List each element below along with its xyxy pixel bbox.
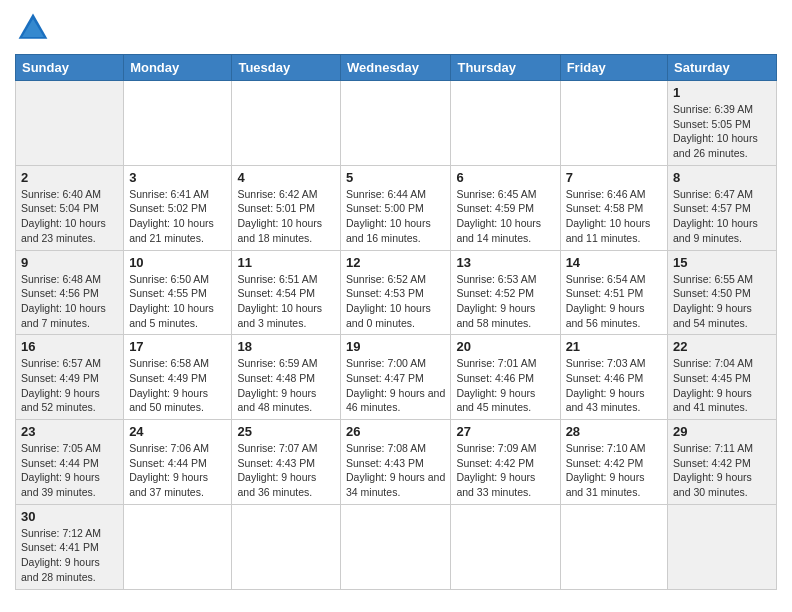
- day-number: 30: [21, 509, 118, 524]
- calendar-cell: 7Sunrise: 6:46 AM Sunset: 4:58 PM Daylig…: [560, 165, 667, 250]
- day-number: 21: [566, 339, 662, 354]
- day-number: 28: [566, 424, 662, 439]
- calendar-cell: 22Sunrise: 7:04 AM Sunset: 4:45 PM Dayli…: [668, 335, 777, 420]
- day-number: 2: [21, 170, 118, 185]
- calendar-cell: 3Sunrise: 6:41 AM Sunset: 5:02 PM Daylig…: [124, 165, 232, 250]
- calendar: SundayMondayTuesdayWednesdayThursdayFrid…: [15, 54, 777, 590]
- day-info: Sunrise: 6:47 AM Sunset: 4:57 PM Dayligh…: [673, 187, 771, 246]
- week-row-1: 1Sunrise: 6:39 AM Sunset: 5:05 PM Daylig…: [16, 81, 777, 166]
- calendar-cell: 23Sunrise: 7:05 AM Sunset: 4:44 PM Dayli…: [16, 420, 124, 505]
- weekday-wednesday: Wednesday: [341, 55, 451, 81]
- day-number: 20: [456, 339, 554, 354]
- day-info: Sunrise: 6:53 AM Sunset: 4:52 PM Dayligh…: [456, 272, 554, 331]
- calendar-cell: [124, 81, 232, 166]
- calendar-cell: 30Sunrise: 7:12 AM Sunset: 4:41 PM Dayli…: [16, 504, 124, 589]
- day-info: Sunrise: 7:07 AM Sunset: 4:43 PM Dayligh…: [237, 441, 335, 500]
- day-number: 9: [21, 255, 118, 270]
- day-info: Sunrise: 7:09 AM Sunset: 4:42 PM Dayligh…: [456, 441, 554, 500]
- calendar-cell: [560, 81, 667, 166]
- day-number: 19: [346, 339, 445, 354]
- day-info: Sunrise: 6:40 AM Sunset: 5:04 PM Dayligh…: [21, 187, 118, 246]
- day-number: 1: [673, 85, 771, 100]
- calendar-cell: 28Sunrise: 7:10 AM Sunset: 4:42 PM Dayli…: [560, 420, 667, 505]
- calendar-cell: 18Sunrise: 6:59 AM Sunset: 4:48 PM Dayli…: [232, 335, 341, 420]
- calendar-cell: 8Sunrise: 6:47 AM Sunset: 4:57 PM Daylig…: [668, 165, 777, 250]
- day-info: Sunrise: 6:44 AM Sunset: 5:00 PM Dayligh…: [346, 187, 445, 246]
- day-number: 6: [456, 170, 554, 185]
- calendar-cell: [341, 504, 451, 589]
- calendar-cell: [560, 504, 667, 589]
- day-info: Sunrise: 7:01 AM Sunset: 4:46 PM Dayligh…: [456, 356, 554, 415]
- weekday-header-row: SundayMondayTuesdayWednesdayThursdayFrid…: [16, 55, 777, 81]
- day-number: 22: [673, 339, 771, 354]
- day-info: Sunrise: 7:11 AM Sunset: 4:42 PM Dayligh…: [673, 441, 771, 500]
- calendar-cell: 15Sunrise: 6:55 AM Sunset: 4:50 PM Dayli…: [668, 250, 777, 335]
- calendar-cell: 26Sunrise: 7:08 AM Sunset: 4:43 PM Dayli…: [341, 420, 451, 505]
- day-number: 23: [21, 424, 118, 439]
- day-info: Sunrise: 6:48 AM Sunset: 4:56 PM Dayligh…: [21, 272, 118, 331]
- day-info: Sunrise: 7:08 AM Sunset: 4:43 PM Dayligh…: [346, 441, 445, 500]
- day-number: 10: [129, 255, 226, 270]
- day-info: Sunrise: 6:45 AM Sunset: 4:59 PM Dayligh…: [456, 187, 554, 246]
- day-number: 7: [566, 170, 662, 185]
- calendar-cell: 14Sunrise: 6:54 AM Sunset: 4:51 PM Dayli…: [560, 250, 667, 335]
- day-info: Sunrise: 6:41 AM Sunset: 5:02 PM Dayligh…: [129, 187, 226, 246]
- day-info: Sunrise: 6:55 AM Sunset: 4:50 PM Dayligh…: [673, 272, 771, 331]
- calendar-cell: 5Sunrise: 6:44 AM Sunset: 5:00 PM Daylig…: [341, 165, 451, 250]
- calendar-cell: 17Sunrise: 6:58 AM Sunset: 4:49 PM Dayli…: [124, 335, 232, 420]
- calendar-cell: 2Sunrise: 6:40 AM Sunset: 5:04 PM Daylig…: [16, 165, 124, 250]
- day-number: 17: [129, 339, 226, 354]
- day-number: 26: [346, 424, 445, 439]
- day-number: 4: [237, 170, 335, 185]
- day-info: Sunrise: 6:39 AM Sunset: 5:05 PM Dayligh…: [673, 102, 771, 161]
- logo: [15, 10, 55, 46]
- calendar-cell: [124, 504, 232, 589]
- day-info: Sunrise: 6:42 AM Sunset: 5:01 PM Dayligh…: [237, 187, 335, 246]
- day-info: Sunrise: 7:12 AM Sunset: 4:41 PM Dayligh…: [21, 526, 118, 585]
- day-number: 11: [237, 255, 335, 270]
- calendar-cell: 4Sunrise: 6:42 AM Sunset: 5:01 PM Daylig…: [232, 165, 341, 250]
- day-info: Sunrise: 7:06 AM Sunset: 4:44 PM Dayligh…: [129, 441, 226, 500]
- calendar-cell: 24Sunrise: 7:06 AM Sunset: 4:44 PM Dayli…: [124, 420, 232, 505]
- weekday-tuesday: Tuesday: [232, 55, 341, 81]
- day-number: 24: [129, 424, 226, 439]
- day-number: 16: [21, 339, 118, 354]
- calendar-cell: 11Sunrise: 6:51 AM Sunset: 4:54 PM Dayli…: [232, 250, 341, 335]
- day-number: 25: [237, 424, 335, 439]
- calendar-cell: 27Sunrise: 7:09 AM Sunset: 4:42 PM Dayli…: [451, 420, 560, 505]
- calendar-cell: 29Sunrise: 7:11 AM Sunset: 4:42 PM Dayli…: [668, 420, 777, 505]
- day-number: 27: [456, 424, 554, 439]
- day-number: 12: [346, 255, 445, 270]
- calendar-cell: 12Sunrise: 6:52 AM Sunset: 4:53 PM Dayli…: [341, 250, 451, 335]
- week-row-3: 9Sunrise: 6:48 AM Sunset: 4:56 PM Daylig…: [16, 250, 777, 335]
- day-info: Sunrise: 6:46 AM Sunset: 4:58 PM Dayligh…: [566, 187, 662, 246]
- calendar-cell: [341, 81, 451, 166]
- day-number: 5: [346, 170, 445, 185]
- week-row-6: 30Sunrise: 7:12 AM Sunset: 4:41 PM Dayli…: [16, 504, 777, 589]
- weekday-friday: Friday: [560, 55, 667, 81]
- calendar-cell: 10Sunrise: 6:50 AM Sunset: 4:55 PM Dayli…: [124, 250, 232, 335]
- week-row-5: 23Sunrise: 7:05 AM Sunset: 4:44 PM Dayli…: [16, 420, 777, 505]
- day-info: Sunrise: 7:03 AM Sunset: 4:46 PM Dayligh…: [566, 356, 662, 415]
- day-number: 14: [566, 255, 662, 270]
- day-info: Sunrise: 6:50 AM Sunset: 4:55 PM Dayligh…: [129, 272, 226, 331]
- day-number: 15: [673, 255, 771, 270]
- calendar-cell: 21Sunrise: 7:03 AM Sunset: 4:46 PM Dayli…: [560, 335, 667, 420]
- logo-icon: [15, 10, 51, 46]
- calendar-cell: [451, 504, 560, 589]
- weekday-sunday: Sunday: [16, 55, 124, 81]
- weekday-monday: Monday: [124, 55, 232, 81]
- day-number: 13: [456, 255, 554, 270]
- calendar-cell: [232, 504, 341, 589]
- day-info: Sunrise: 6:52 AM Sunset: 4:53 PM Dayligh…: [346, 272, 445, 331]
- day-info: Sunrise: 7:00 AM Sunset: 4:47 PM Dayligh…: [346, 356, 445, 415]
- calendar-cell: 20Sunrise: 7:01 AM Sunset: 4:46 PM Dayli…: [451, 335, 560, 420]
- day-info: Sunrise: 6:57 AM Sunset: 4:49 PM Dayligh…: [21, 356, 118, 415]
- weekday-thursday: Thursday: [451, 55, 560, 81]
- weekday-saturday: Saturday: [668, 55, 777, 81]
- calendar-cell: 19Sunrise: 7:00 AM Sunset: 4:47 PM Dayli…: [341, 335, 451, 420]
- day-number: 3: [129, 170, 226, 185]
- day-info: Sunrise: 6:54 AM Sunset: 4:51 PM Dayligh…: [566, 272, 662, 331]
- calendar-cell: [451, 81, 560, 166]
- day-number: 18: [237, 339, 335, 354]
